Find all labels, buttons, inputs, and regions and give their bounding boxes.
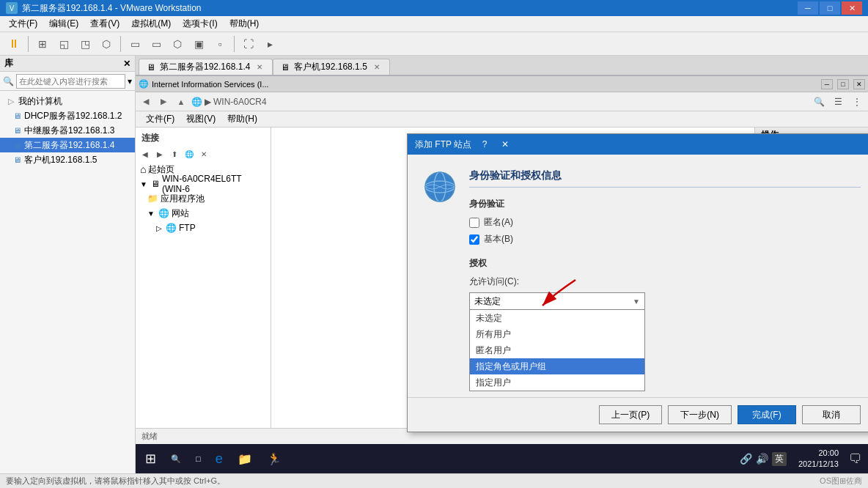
auth-label: 身份验证 (469, 198, 861, 210)
toolbar-sep-1 (28, 36, 29, 52)
hint-text: 要输入定向到该虚拟机，请将鼠标指针移入其中或按 Ctrl+G。 (6, 476, 225, 487)
search-dropdown-icon[interactable]: ▾ (128, 76, 132, 86)
ftp-dialog: 添加 FTP 站点 ? ✕ (407, 133, 868, 432)
vm-display: 🌐 Internet Information Services (I... ─ … (136, 75, 868, 473)
close-button[interactable]: ✕ (842, 1, 862, 15)
fullscreen-button[interactable]: ⛶ (239, 34, 258, 53)
allow-dropdown-container: 未选定 ▼ 未选定 所有用户 (469, 292, 645, 310)
dialog-overlay: 添加 FTP 站点 ? ✕ (136, 75, 868, 473)
main-toolbar: ⏸ ⊞ ◱ ◳ ⬡ ▭ ▭ ⬡ ▣ ▫ ⛶ ▸ (0, 32, 868, 56)
toolbar-more[interactable]: ▸ (260, 34, 279, 53)
sidebar-item-dhcp[interactable]: 🖥 DHCP服务器192.168.1.2 (0, 108, 135, 123)
content-area: 🖥 第二服务器192.168.1.4 ✕ 🖥 客户机192.168.1.5 ✕ (136, 56, 868, 473)
dialog-footer: 上一页(P) 下一步(N) 完成(F) 取消 (408, 397, 868, 432)
tab-icon: 🖥 (147, 62, 155, 73)
dialog-title-bar: 添加 FTP 站点 ? ✕ (408, 134, 868, 155)
sidebar-search-container: 🔍 ▾ (0, 72, 135, 91)
pause-button[interactable]: ⏸ (4, 34, 23, 53)
menu-file[interactable]: 文件(F) (3, 16, 43, 32)
toolbar-sep-3 (234, 36, 235, 52)
tabs-bar: 🖥 第二服务器192.168.1.4 ✕ 🖥 客户机192.168.1.5 ✕ (136, 56, 868, 75)
toolbar-btn-3[interactable]: ◳ (76, 34, 95, 53)
tree-item-label: 第二服务器192.168.1.4 (24, 139, 114, 152)
toolbar-btn-7[interactable]: ⬡ (168, 34, 187, 53)
dropdown-list: 未选定 所有用户 匿名用户 (469, 310, 645, 391)
menu-vm[interactable]: 虚拟机(M) (125, 16, 177, 32)
tab-close-server2[interactable]: ✕ (254, 62, 265, 73)
dropdown-arrow-icon: ▼ (633, 297, 640, 306)
anonymous-checkbox[interactable] (469, 218, 479, 228)
toolbar-btn-8[interactable]: ▣ (189, 34, 208, 53)
dropdown-value: 未选定 (474, 295, 501, 308)
next-button[interactable]: 下一步(N) (668, 405, 732, 424)
tab-icon: 🖥 (281, 62, 290, 73)
perm-section: 授权 允许访问(C): 未选定 ▼ (469, 257, 861, 371)
dialog-content: 身份验证和授权信息 身份验证 匿名(A) (469, 169, 861, 382)
sidebar: 库 ✕ 🔍 ▾ ▷ 我的计算机 🖥 DHCP服务器192.168.1.2 🖥 (0, 56, 136, 473)
tab-label: 第二服务器192.168.1.4 (160, 61, 250, 73)
finish-button[interactable]: 完成(F) (738, 405, 796, 424)
basic-label: 基本(B) (484, 233, 513, 245)
minimize-button[interactable]: ─ (798, 1, 818, 15)
dialog-help-button[interactable]: ? (477, 137, 492, 152)
sidebar-item-server2[interactable]: 🖥 第二服务器192.168.1.4 (0, 138, 135, 152)
title-controls: ─ □ ✕ (798, 1, 862, 15)
sidebar-close[interactable]: ✕ (123, 59, 130, 69)
tree-item-label: 我的计算机 (18, 95, 62, 108)
vmware-icon: V (6, 2, 18, 14)
tree-item-label: 中继服务器192.168.1.3 (24, 125, 114, 137)
sidebar-header: 库 ✕ (0, 56, 135, 72)
menu-edit[interactable]: 编辑(E) (43, 16, 84, 32)
title-bar-text: 第二服务器192.168.1.4 - VMware Workstation (22, 2, 798, 15)
toolbar-btn-5[interactable]: ▭ (125, 34, 144, 53)
dropdown-opt-specificuser[interactable]: 指定用户 (470, 374, 644, 391)
menu-help[interactable]: 帮助(H) (224, 16, 265, 32)
auth-section: 身份验证 匿名(A) 基本(B) (469, 198, 861, 245)
toolbar-sep-2 (120, 36, 121, 52)
perm-label: 授权 (469, 257, 861, 270)
hint-bar: 要输入定向到该虚拟机，请将鼠标指针移入其中或按 Ctrl+G。 OS图⊞佐商 (0, 473, 868, 488)
basic-row: 基本(B) (469, 233, 861, 245)
vm-icon: 🖥 (12, 126, 22, 135)
tab-label: 客户机192.168.1.5 (294, 61, 367, 73)
anonymous-row: 匿名(A) (469, 216, 861, 229)
cancel-button[interactable]: 取消 (802, 405, 861, 424)
dialog-globe-icon (422, 169, 457, 204)
tab-close-client[interactable]: ✕ (372, 62, 382, 73)
dropdown-opt-roles[interactable]: 指定角色或用户组 (470, 358, 644, 374)
basic-checkbox[interactable] (469, 234, 479, 245)
vmware-window: V 第二服务器192.168.1.4 - VMware Workstation … (0, 0, 868, 488)
maximize-button[interactable]: □ (820, 1, 840, 15)
sidebar-tree: ▷ 我的计算机 🖥 DHCP服务器192.168.1.2 🖥 中继服务器192.… (0, 91, 135, 473)
menu-bar: 文件(F) 编辑(E) 查看(V) 虚拟机(M) 选项卡(I) 帮助(H) (0, 16, 868, 32)
prev-button[interactable]: 上一页(P) (599, 405, 662, 424)
toolbar-btn-2[interactable]: ◱ (54, 34, 73, 53)
vm-icon: 🖥 (12, 141, 22, 149)
sidebar-item-client[interactable]: 🖥 客户机192.168.1.5 (0, 152, 135, 167)
toolbar-btn-4[interactable]: ⬡ (97, 34, 116, 53)
dropdown-opt-allusers[interactable]: 所有用户 (470, 326, 644, 342)
vm-icon: 🖥 (12, 111, 22, 120)
dialog-close-button[interactable]: ✕ (498, 137, 512, 152)
main-area: 库 ✕ 🔍 ▾ ▷ 我的计算机 🖥 DHCP服务器192.168.1.2 🖥 (0, 56, 868, 473)
toolbar-btn-1[interactable]: ⊞ (33, 34, 52, 53)
sidebar-item-relay[interactable]: 🖥 中继服务器192.168.1.3 (0, 123, 135, 138)
menu-view[interactable]: 查看(V) (84, 16, 125, 32)
tab-client[interactable]: 🖥 客户机192.168.1.5 ✕ (273, 59, 389, 75)
dialog-body: 身份验证和授权信息 身份验证 匿名(A) (408, 155, 868, 397)
dropdown-opt-anonymous[interactable]: 匿名用户 (470, 342, 644, 358)
tree-item-label: DHCP服务器192.168.1.2 (24, 110, 122, 122)
allow-label: 允许访问(C): (469, 276, 861, 288)
search-input[interactable] (16, 74, 125, 89)
tree-item-label: 客户机192.168.1.5 (24, 154, 97, 166)
dialog-title-text: 添加 FTP 站点 (415, 138, 471, 151)
toolbar-btn-9[interactable]: ▫ (210, 34, 229, 53)
allow-dropdown[interactable]: 未选定 ▼ (469, 292, 645, 310)
menu-tab[interactable]: 选项卡(I) (177, 16, 223, 32)
anonymous-label: 匿名(A) (484, 216, 513, 229)
vm-icon: 🖥 (12, 155, 22, 164)
toolbar-btn-6[interactable]: ▭ (147, 34, 166, 53)
sidebar-item-mycomputer[interactable]: ▷ 我的计算机 (0, 94, 135, 108)
tab-server2[interactable]: 🖥 第二服务器192.168.1.4 ✕ (139, 59, 273, 75)
dropdown-opt-unselected[interactable]: 未选定 (470, 310, 644, 326)
